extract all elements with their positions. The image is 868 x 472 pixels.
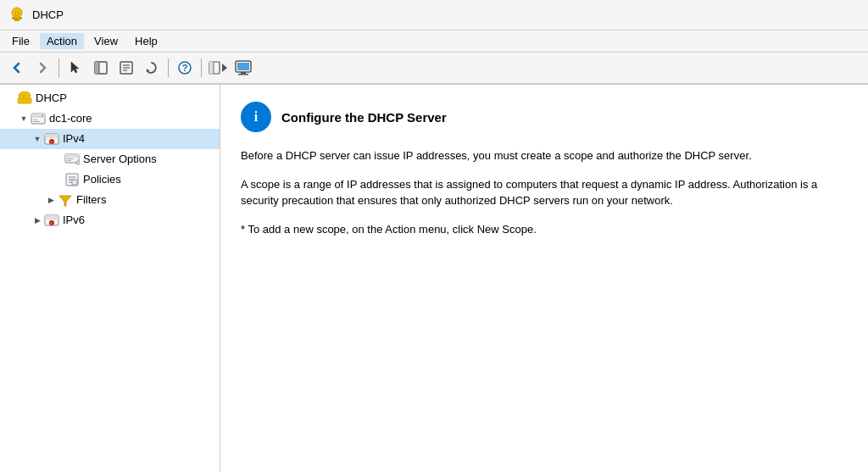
- content-header: Configure the DHCP Server: [281, 110, 447, 125]
- show-hide-button[interactable]: [89, 56, 113, 80]
- menu-help[interactable]: Help: [128, 33, 164, 49]
- svg-rect-22: [238, 74, 248, 75]
- filters-expander: ▶: [44, 193, 58, 207]
- svg-rect-38: [67, 158, 74, 159]
- server-options-expander: [51, 153, 64, 166]
- monitor-button[interactable]: [231, 56, 255, 80]
- info-header: i Configure the DHCP Server: [241, 102, 848, 132]
- menu-view[interactable]: View: [87, 33, 125, 49]
- svg-text:?: ?: [182, 63, 188, 73]
- svg-rect-30: [33, 121, 40, 122]
- svg-text:!: !: [51, 140, 52, 144]
- dhcp-root-icon: D: [17, 92, 32, 105]
- info-icon: i: [241, 102, 271, 132]
- svg-text:D: D: [14, 10, 19, 18]
- ipv4-expander: ▼: [31, 132, 44, 146]
- toolbar-sep-3: [201, 58, 202, 77]
- dhcp-root-label: DHCP: [36, 90, 67, 107]
- svg-rect-37: [67, 160, 71, 161]
- svg-point-28: [42, 115, 43, 117]
- tree-node-filters[interactable]: ▶ Filters: [0, 190, 220, 210]
- dhcp-expander: [3, 92, 17, 105]
- toolbar-sep-1: [58, 58, 59, 77]
- svg-rect-29: [33, 119, 37, 120]
- title-bar: D DHCP: [0, 0, 868, 31]
- ipv6-icon: !: [44, 214, 59, 227]
- main-layout: D DHCP ▼ dc1-core ▼: [0, 85, 868, 472]
- cursor-button[interactable]: [64, 56, 87, 80]
- svg-rect-45: [72, 180, 77, 185]
- toolbar-sep-2: [168, 58, 169, 77]
- svg-rect-1: [14, 19, 19, 21]
- ipv6-label: IPv6: [63, 212, 85, 229]
- content-para-1: Before a DHCP server can issue IP addres…: [241, 147, 848, 164]
- help-button[interactable]: ?: [173, 56, 197, 80]
- back-button[interactable]: [5, 56, 29, 80]
- menu-action[interactable]: Action: [40, 33, 84, 49]
- svg-rect-16: [209, 62, 214, 74]
- policies-expander: [51, 173, 64, 186]
- menu-bar: File Action View Help: [0, 31, 868, 53]
- title-bar-text: DHCP: [32, 8, 64, 21]
- ipv4-label: IPv4: [63, 130, 85, 147]
- filters-label: Filters: [76, 192, 106, 208]
- svg-rect-32: [45, 134, 58, 138]
- content-para-2: A scope is a range of IP addresses that …: [241, 176, 848, 209]
- tree-node-server-options[interactable]: Server Options: [0, 149, 220, 169]
- dhcp-title-icon: D: [8, 7, 25, 24]
- dc1core-expander: ▼: [17, 112, 31, 125]
- svg-rect-36: [65, 154, 79, 158]
- export-button[interactable]: [206, 56, 230, 80]
- svg-text:!: !: [51, 221, 52, 225]
- dc1core-label: dc1-core: [49, 110, 92, 127]
- svg-rect-20: [237, 63, 249, 70]
- tree-node-ipv6[interactable]: ▶ ! IPv6: [0, 210, 220, 230]
- svg-text:D: D: [23, 94, 27, 99]
- svg-marker-46: [59, 196, 71, 206]
- server-options-label: Server Options: [83, 151, 157, 168]
- menu-file[interactable]: File: [5, 33, 36, 49]
- content-para-3: * To add a new scope, on the Action menu…: [241, 221, 848, 238]
- svg-marker-4: [71, 62, 79, 73]
- svg-rect-48: [45, 215, 58, 219]
- ipv4-icon: !: [44, 132, 59, 146]
- tree-node-dhcp[interactable]: D DHCP: [0, 88, 220, 108]
- svg-marker-12: [147, 69, 150, 72]
- forward-button[interactable]: [31, 56, 54, 80]
- tree-node-ipv4[interactable]: ▼ ! IPv4: [0, 129, 220, 149]
- content-panel: i Configure the DHCP Server Before a DHC…: [220, 85, 868, 472]
- toolbar: ?: [0, 53, 868, 85]
- server-options-icon: [64, 153, 80, 166]
- server-icon: [31, 112, 46, 125]
- svg-rect-6: [95, 62, 99, 74]
- tree-panel: D DHCP ▼ dc1-core ▼: [0, 85, 220, 472]
- policies-icon: [64, 173, 80, 186]
- filters-icon: [58, 193, 73, 207]
- policies-label: Policies: [83, 171, 121, 188]
- svg-rect-21: [241, 72, 246, 74]
- properties-button[interactable]: [114, 56, 138, 80]
- svg-marker-18: [222, 64, 227, 72]
- ipv6-expander: ▶: [31, 214, 44, 227]
- tree-node-policies[interactable]: Policies: [0, 169, 220, 190]
- refresh-button[interactable]: [140, 56, 164, 80]
- tree-node-dc1core[interactable]: ▼ dc1-core: [0, 108, 220, 129]
- svg-text:i: i: [254, 109, 259, 124]
